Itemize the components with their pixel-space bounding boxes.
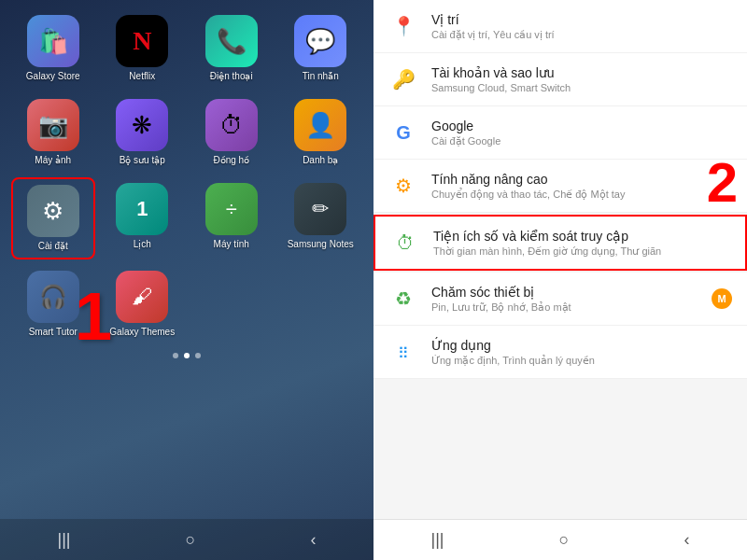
badge-2: 2 (707, 150, 738, 215)
badge-1: 1 (75, 278, 112, 355)
app-item-calculator[interactable]: ÷Máy tính (190, 177, 274, 259)
right-nav-home[interactable]: ○ (559, 530, 570, 550)
phone-label: Điện thoại (210, 71, 253, 82)
device-care-subtitle: Pin, Lưu trữ, Bộ nhớ, Bảo mật (431, 301, 712, 314)
device-care-title: Chăm sóc thiết bị (431, 285, 712, 300)
right-panel: 📍Vị tríCài đặt vị trí, Yêu cầu vị trí🔑Tà… (374, 0, 747, 560)
digital-wellbeing-icon-wrap: ⏱ (390, 228, 420, 258)
calendar-icon: 1 (116, 183, 168, 235)
accounts-icon: 🔑 (392, 68, 416, 91)
advanced-text: Tính năng nâng caoChuyển động và thao tá… (431, 172, 732, 201)
notes-icon: ✏ (294, 183, 346, 235)
smart-tutor-icon: 🎧 (27, 271, 79, 323)
device-care-badge: M (712, 288, 732, 309)
device-care-icon: ♻ (395, 287, 412, 310)
left-nav-recent[interactable]: ||| (58, 530, 71, 550)
contacts-label: Danh bạ (303, 155, 338, 166)
galaxy-themes-label: Galaxy Themes (109, 327, 175, 338)
location-title: Vị trí (431, 12, 732, 27)
app-item-messages[interactable]: 💬Tin nhắn (279, 9, 363, 88)
calculator-icon: ÷ (205, 183, 258, 235)
advanced-subtitle: Chuyển động và thao tác, Chế độ Một tay (431, 189, 732, 201)
app-item-calendar[interactable]: 1Lịch (101, 177, 185, 259)
location-icon: 📍 (392, 15, 416, 37)
app-item-netflix[interactable]: NNetflix (101, 9, 185, 88)
device-care-text: Chăm sóc thiết bịPin, Lưu trữ, Bộ nhớ, B… (431, 285, 712, 314)
device-care-icon-wrap: ♻ (388, 284, 418, 314)
digital-wellbeing-text: Tiện ích số và kiểm soát truy cậpThời gi… (433, 229, 730, 258)
accounts-subtitle: Samsung Cloud, Smart Switch (431, 82, 732, 93)
settings-item-advanced[interactable]: ⚙Tính năng nâng caoChuyển động và thao t… (374, 160, 747, 213)
calculator-label: Máy tính (214, 239, 249, 250)
left-nav-home[interactable]: ○ (186, 530, 196, 550)
smart-tutor-label: Smart Tutor (29, 327, 78, 338)
left-bottom-nav: ||| ○ ‹ (0, 519, 374, 560)
app-grid: 🛍️Galaxy StoreNNetflix📞Điện thoại💬Tin nh… (7, 9, 366, 343)
apps-subtitle: Ứng mặc định, Trình quản lý quyền (431, 355, 732, 367)
app-item-contacts[interactable]: 👤Danh bạ (279, 93, 363, 172)
app-item-camera[interactable]: 📷Máy ảnh (11, 93, 95, 172)
google-subtitle: Cài đặt Google (431, 135, 732, 147)
messages-label: Tin nhắn (303, 71, 339, 82)
settings-item-apps[interactable]: ⠿Ứng dụngỨng mặc định, Trình quản lý quy… (374, 326, 747, 379)
left-nav-back[interactable]: ‹ (310, 530, 316, 550)
dot-3 (195, 353, 201, 358)
right-nav-back[interactable]: ‹ (684, 530, 689, 550)
galaxy-store-icon: 🛍️ (27, 15, 79, 67)
settings-item-accounts[interactable]: 🔑Tài khoản và sao lưuSamsung Cloud, Smar… (374, 53, 747, 106)
notes-label: Samsung Notes (288, 239, 354, 250)
clock-label: Đồng hồ (213, 155, 249, 166)
phone-icon: 📞 (205, 15, 258, 67)
settings-list: 📍Vị tríCài đặt vị trí, Yêu cầu vị trí🔑Tà… (374, 0, 747, 519)
settings-item-digital-wellbeing[interactable]: ⏱Tiện ích số và kiểm soát truy cậpThời g… (374, 215, 747, 271)
nav-dots (173, 353, 201, 358)
settings-item-google[interactable]: GGoogleCài đặt Google (374, 106, 747, 160)
app-item-notes[interactable]: ✏Samsung Notes (279, 177, 363, 259)
galaxy-themes-icon: 🖌 (116, 271, 168, 323)
right-bottom-nav: ||| ○ ‹ (374, 519, 747, 560)
app-item-clock[interactable]: ⏱Đồng hồ (190, 93, 274, 172)
apps-icon-wrap: ⠿ (388, 337, 418, 367)
advanced-icon-wrap: ⚙ (388, 171, 418, 201)
settings-item-device-care[interactable]: ♻Chăm sóc thiết bịPin, Lưu trữ, Bộ nhớ, … (374, 273, 747, 326)
accounts-icon-wrap: 🔑 (388, 64, 418, 94)
clock-icon: ⏱ (205, 99, 258, 151)
google-icon-wrap: G (388, 118, 418, 147)
settings-label: Cài đặt (38, 241, 68, 252)
netflix-icon: N (116, 15, 168, 67)
accounts-title: Tài khoản và sao lưu (431, 65, 732, 80)
apps-text: Ứng dụngỨng mặc định, Trình quản lý quyề… (431, 338, 732, 367)
messages-icon: 💬 (294, 15, 346, 67)
google-text: GoogleCài đặt Google (431, 119, 732, 147)
google-icon: G (396, 122, 411, 144)
settings-icon: ⚙ (27, 185, 79, 237)
gallery-label: Bộ sưu tập (120, 155, 165, 166)
accounts-text: Tài khoản và sao lưuSamsung Cloud, Smart… (431, 65, 732, 93)
calendar-label: Lịch (134, 239, 151, 250)
app-item-galaxy-store[interactable]: 🛍️Galaxy Store (11, 9, 95, 88)
digital-wellbeing-subtitle: Thời gian màn hình, Đếm giờ ứng dụng, Th… (433, 245, 730, 258)
advanced-title: Tính năng nâng cao (431, 172, 732, 187)
location-text: Vị tríCài đặt vị trí, Yêu cầu vị trí (431, 12, 732, 41)
gallery-icon: ❋ (116, 99, 168, 151)
app-item-phone[interactable]: 📞Điện thoại (190, 9, 274, 88)
camera-label: Máy ảnh (35, 155, 71, 166)
digital-wellbeing-icon: ⏱ (396, 232, 415, 254)
app-item-settings[interactable]: ⚙Cài đặt (11, 177, 95, 259)
right-nav-recent[interactable]: ||| (431, 530, 444, 550)
location-subtitle: Cài đặt vị trí, Yêu cầu vị trí (431, 29, 732, 41)
dot-1 (173, 353, 178, 358)
digital-wellbeing-title: Tiện ích số và kiểm soát truy cập (433, 229, 730, 244)
google-title: Google (431, 119, 732, 133)
advanced-icon: ⚙ (395, 175, 412, 197)
app-item-gallery[interactable]: ❋Bộ sưu tập (101, 93, 185, 172)
location-icon-wrap: 📍 (388, 11, 418, 41)
left-panel: 🛍️Galaxy StoreNNetflix📞Điện thoại💬Tin nh… (0, 0, 374, 560)
app-item-galaxy-themes[interactable]: 🖌Galaxy Themes (101, 265, 185, 343)
galaxy-store-label: Galaxy Store (26, 71, 80, 82)
dot-2 (184, 353, 190, 358)
contacts-icon: 👤 (294, 99, 346, 151)
camera-icon: 📷 (27, 99, 79, 151)
apps-title: Ứng dụng (431, 338, 732, 353)
settings-item-location[interactable]: 📍Vị tríCài đặt vị trí, Yêu cầu vị trí (374, 0, 747, 53)
